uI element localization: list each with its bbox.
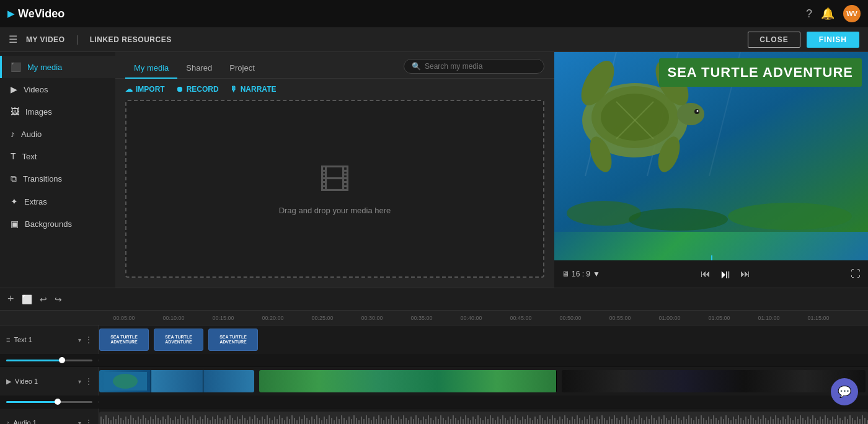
record-button[interactable]: ⏺ RECORD	[176, 85, 219, 94]
vf-3	[203, 370, 254, 392]
drop-zone[interactable]: 🎞 Drag and drop your media here	[125, 100, 544, 278]
text-track-icon: ≡	[6, 336, 10, 343]
svg-point-12	[677, 103, 704, 125]
sidebar-item-text[interactable]: T Text	[0, 145, 115, 167]
svg-point-3	[728, 203, 852, 230]
ruler-mark-11: 01:00:00	[645, 315, 694, 321]
tab-shared[interactable]: Shared	[177, 58, 221, 79]
svg-point-2	[629, 208, 728, 231]
narrate-button[interactable]: 🎙 NARRATE	[230, 85, 277, 94]
chat-button[interactable]: 💬	[831, 378, 858, 405]
search-box[interactable]: 🔍	[404, 59, 544, 74]
sidebar-item-extras[interactable]: ✦ Extras	[0, 190, 115, 213]
audio-track-label: ♪ Audio 1 ▾ ⋮	[0, 409, 99, 424]
help-icon[interactable]: ?	[806, 7, 812, 20]
aspect-ratio-selector[interactable]: 🖥 16 : 9 ▼	[562, 270, 600, 278]
fullscreen-button[interactable]: ⛶	[851, 268, 861, 280]
sidebar-label-transitions: Transitions	[23, 174, 62, 183]
sidebar-item-backgrounds[interactable]: ▣ Backgrounds	[0, 213, 115, 235]
play-button[interactable]: ⏯	[719, 267, 732, 281]
text-track-dropdown[interactable]: ▾	[78, 337, 81, 343]
video-track-dropdown[interactable]: ▾	[78, 378, 81, 385]
search-input[interactable]	[425, 62, 536, 71]
preview-background: SEA TURTLE ADVENTURE	[554, 52, 868, 260]
top-bar: ▶ WeVideo ? 🔔 WV	[0, 0, 868, 27]
sidebar-item-transitions[interactable]: ⧉ Transitions	[0, 167, 115, 190]
logo-play-icon: ▶	[7, 9, 14, 19]
media-tabs-bar: My media Shared Project 🔍	[115, 52, 554, 79]
timeline-square-icon[interactable]: ⬜	[22, 294, 32, 304]
nav-my-video[interactable]: MY VIDEO	[26, 35, 64, 44]
svg-rect-26	[99, 412, 868, 424]
audio-track-options[interactable]: ⋮	[85, 418, 92, 424]
video-clip-1[interactable]	[99, 370, 254, 392]
video-track-row: ▶ Video 1 ▾ ⋮	[0, 367, 868, 395]
audio-track-content	[99, 409, 868, 424]
sidebar-label-videos: Videos	[24, 85, 48, 94]
sidebar-label-audio: Audio	[21, 130, 42, 139]
text-track-container: ≡ Text 1 ▾ ⋮ SEA TURTLEADVENTURE SEA TUR…	[0, 325, 868, 367]
my-media-icon: ⬛	[11, 62, 21, 72]
text-clip-2[interactable]: SEA TURTLEADVENTURE	[154, 329, 203, 351]
video-track-name: Video 1	[15, 378, 74, 385]
sidebar-item-audio[interactable]: ♪ Audio	[0, 123, 115, 145]
vf-dark	[562, 370, 866, 392]
tab-project[interactable]: Project	[221, 58, 263, 79]
add-track-button[interactable]: +	[7, 293, 14, 306]
sidebar-item-my-media[interactable]: ⬛ My media	[0, 56, 115, 78]
sidebar-item-videos[interactable]: ▶ Videos	[0, 78, 115, 100]
nav-bar: ☰ MY VIDEO | LINKED RESOURCES CLOSE FINI…	[0, 27, 868, 52]
import-button[interactable]: ☁ IMPORT	[125, 85, 165, 94]
video-track-volume-row	[0, 395, 868, 408]
video-clip-3[interactable]	[562, 370, 866, 392]
ruler-mark-5: 00:30:00	[347, 315, 397, 321]
app-name: WeVideo	[18, 7, 64, 20]
redo-button[interactable]: ↪	[55, 294, 62, 304]
audio-track-container: ♪ Audio 1 ▾ ⋮	[0, 409, 868, 424]
sidebar-item-images[interactable]: 🖼 Images	[0, 100, 115, 123]
avatar[interactable]: WV	[843, 5, 861, 22]
monitor-icon: 🖥	[562, 270, 569, 278]
svg-point-20	[113, 374, 138, 389]
drop-icon: 🎞	[319, 162, 350, 198]
video-volume-fill	[6, 401, 58, 403]
close-button[interactable]: CLOSE	[748, 32, 800, 48]
tabs-left: My media Shared Project	[125, 58, 264, 78]
audio-track-dropdown[interactable]: ▾	[78, 420, 81, 425]
finish-button[interactable]: FINISH	[807, 32, 859, 48]
audio-waveform	[99, 412, 868, 424]
nav-left: ☰ MY VIDEO | LINKED RESOURCES	[9, 33, 172, 45]
video-track-options[interactable]: ⋮	[85, 377, 92, 386]
vf-1	[99, 370, 151, 392]
video-track-label: ▶ Video 1 ▾ ⋮	[0, 367, 99, 395]
ruler-mark-0: 00:05:00	[99, 315, 149, 321]
playhead-marker	[711, 255, 712, 260]
timeline-ruler: 00:05:00 00:10:00 00:15:00 00:20:00 00:2…	[0, 311, 868, 325]
video-clip-2[interactable]	[259, 370, 557, 392]
timeline-toolbar: + ⬜ ↩ ↪	[0, 288, 868, 311]
text-track-options[interactable]: ⋮	[85, 335, 92, 344]
tab-my-media[interactable]: My media	[125, 58, 177, 79]
svg-point-14	[697, 110, 699, 112]
drop-text: Drag and drop your media here	[279, 206, 391, 215]
hamburger-icon[interactable]: ☰	[9, 33, 17, 45]
content-panel: My media Shared Project 🔍 ☁ IMPORT ⏺ REC…	[115, 52, 554, 288]
audio-track-icon: ♪	[6, 419, 10, 424]
text-volume-bar	[6, 360, 92, 361]
skip-forward-button[interactable]: ⏭	[740, 268, 750, 280]
text-volume-thumb[interactable]	[59, 357, 65, 363]
text-clip-1[interactable]: SEA TURTLEADVENTURE	[99, 329, 149, 351]
video-volume-thumb[interactable]	[55, 399, 61, 405]
nav-linked-resources[interactable]: LINKED RESOURCES	[90, 35, 172, 44]
text-volume-ctrl	[0, 360, 99, 361]
narrate-label: NARRATE	[241, 85, 277, 94]
preview-video: SEA TURTLE ADVENTURE	[554, 52, 868, 260]
audio-track-row: ♪ Audio 1 ▾ ⋮	[0, 409, 868, 424]
undo-button[interactable]: ↩	[40, 294, 47, 304]
ruler-mark-2: 00:15:00	[198, 315, 248, 321]
ruler-mark-14: 01:15:00	[794, 315, 843, 321]
bell-icon[interactable]: 🔔	[821, 7, 835, 20]
vf-2	[151, 370, 203, 392]
skip-back-button[interactable]: ⏮	[701, 268, 711, 280]
text-clip-3[interactable]: SEA TURTLEADVENTURE	[208, 329, 258, 351]
